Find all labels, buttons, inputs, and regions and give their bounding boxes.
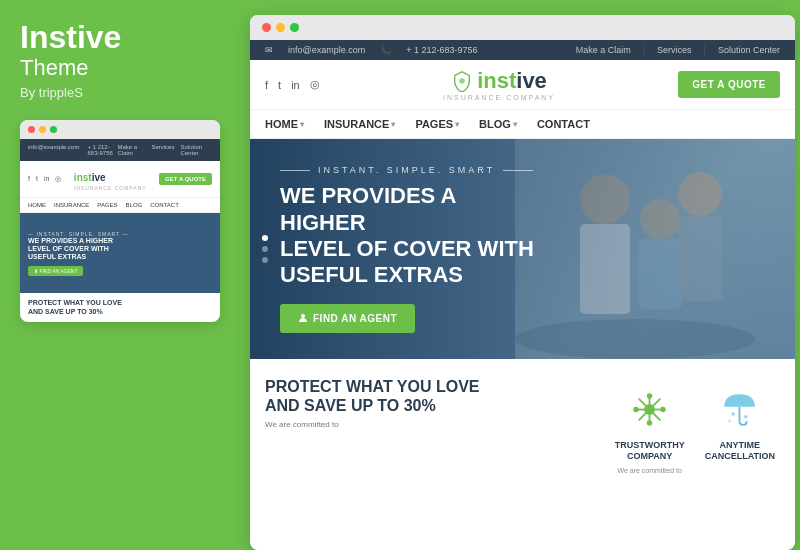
main-browser: ✉ info@example.com 📞 + 1 212-683-9756 Ma… xyxy=(250,15,795,550)
twitter-icon[interactable]: t xyxy=(278,79,281,91)
site-logo: instive INSURANCE COMPANY xyxy=(443,68,555,101)
mini-li-icon: in xyxy=(44,175,49,183)
mini-bottom: PROTECT WHAT YOU LOVEAND SAVE UP TO 30% xyxy=(20,293,220,322)
mini-browser-bar xyxy=(20,120,220,139)
nav-blog[interactable]: BLOG ▾ xyxy=(479,118,517,130)
mini-nav-insurance: INSURANCE xyxy=(54,202,89,208)
brand-name: Instive xyxy=(20,20,220,55)
nav-pages-arrow: ▾ xyxy=(455,120,459,129)
anytime-title: ANYTIMECANCELLATION xyxy=(705,440,775,462)
mini-ig-icon: ◎ xyxy=(55,175,61,183)
anytime-feature: ANYTIMECANCELLATION xyxy=(700,377,780,485)
header-social-links: f t in ◎ xyxy=(265,78,320,91)
main-dot-green xyxy=(290,23,299,32)
svg-point-20 xyxy=(744,415,748,419)
protect-desc: We are committed to xyxy=(265,420,585,429)
site-topbar: ✉ info@example.com 📞 + 1 212-683-9756 Ma… xyxy=(250,40,795,60)
mini-nav: HOME INSURANCE PAGES BLOG CONTACT xyxy=(20,198,220,213)
bottom-section: PROTECT WHAT YOU LOVE AND SAVE UP TO 30%… xyxy=(250,359,795,495)
site-navigation: HOME ▾ INSURANCE ▾ PAGES ▾ BLOG ▾ CONTAC… xyxy=(250,110,795,139)
mini-hero: — INSTANT. SIMPLE. SMART — WE PROVIDES A… xyxy=(20,213,220,293)
facebook-icon[interactable]: f xyxy=(265,79,268,91)
nav-contact[interactable]: CONTACT xyxy=(537,118,590,130)
topbar-email-icon: ✉ xyxy=(265,45,273,55)
hero-section: INSTANT. SIMPLE. SMART WE PROVIDES A HIG… xyxy=(250,139,795,359)
svg-point-14 xyxy=(647,393,652,398)
mini-header: f t in ◎ instive INSURANCE COMPANY GET A… xyxy=(20,161,220,198)
mini-solution: Solution Center xyxy=(180,144,212,156)
svg-point-21 xyxy=(729,420,732,423)
left-panel: Instive Theme By trippleS info@example.c… xyxy=(0,0,240,550)
mini-dot-red xyxy=(28,126,35,133)
mini-tw-icon: t xyxy=(36,175,38,183)
mini-fb-icon: f xyxy=(28,175,30,183)
topbar-make-claim[interactable]: Make a Claim xyxy=(576,45,631,55)
mini-nav-blog: BLOG xyxy=(126,202,143,208)
get-quote-button[interactable]: GET A QUOTE xyxy=(678,71,780,98)
topbar-phone: + 1 212-683-9756 xyxy=(406,45,477,55)
find-agent-button[interactable]: FIND AN AGENT xyxy=(280,304,415,333)
svg-point-19 xyxy=(732,412,736,416)
mini-hero-title: WE PROVIDES A HIGHERLEVEL OF COVER WITHU… xyxy=(28,237,113,262)
hero-tagline: INSTANT. SIMPLE. SMART xyxy=(280,165,540,175)
hero-slider-dots[interactable] xyxy=(262,235,268,263)
user-icon xyxy=(298,313,308,323)
nav-home[interactable]: HOME ▾ xyxy=(265,118,304,130)
main-dot-yellow xyxy=(276,23,285,32)
slider-dot-2[interactable] xyxy=(262,246,268,252)
nav-insurance-arrow: ▾ xyxy=(391,120,395,129)
brand-subtitle: Theme xyxy=(20,55,220,81)
nav-blog-arrow: ▾ xyxy=(513,120,517,129)
svg-point-13 xyxy=(644,404,655,415)
topbar-services[interactable]: Services xyxy=(657,45,692,55)
mini-get-quote-btn[interactable]: GET A QUOTE xyxy=(159,173,212,185)
brand-by: By trippleS xyxy=(20,85,220,100)
mini-find-agent-btn[interactable]: ⬆ FIND AN AGENT xyxy=(28,266,83,276)
nav-insurance[interactable]: INSURANCE ▾ xyxy=(324,118,395,130)
mini-browser-preview: info@example.com + 1 212-683-9756 Make a… xyxy=(20,120,220,322)
svg-point-0 xyxy=(459,78,465,84)
mini-protect-title: PROTECT WHAT YOU LOVEAND SAVE UP TO 30% xyxy=(28,299,212,316)
mini-services: Services xyxy=(151,144,174,156)
main-browser-bar xyxy=(250,15,795,40)
mini-dot-yellow xyxy=(39,126,46,133)
slider-dot-1[interactable] xyxy=(262,235,268,241)
protect-title: PROTECT WHAT YOU LOVE AND SAVE UP TO 30% xyxy=(265,377,585,415)
topbar-phone-icon: 📞 xyxy=(380,45,391,55)
slider-dot-3[interactable] xyxy=(262,257,268,263)
mini-topbar: info@example.com + 1 212-683-9756 Make a… xyxy=(20,139,220,161)
logo-subtitle: INSURANCE COMPANY xyxy=(443,94,555,101)
mini-social: f t in ◎ xyxy=(28,175,61,183)
mini-nav-contact: CONTACT xyxy=(150,202,179,208)
anytime-cancellation-icon xyxy=(717,387,762,432)
hero-content: INSTANT. SIMPLE. SMART WE PROVIDES A HIG… xyxy=(250,145,570,353)
linkedin-icon[interactable]: in xyxy=(291,79,300,91)
mini-logo: instive INSURANCE COMPANY xyxy=(74,167,147,191)
svg-point-8 xyxy=(301,314,305,318)
hero-title: WE PROVIDES A HIGHER LEVEL OF COVER WITH… xyxy=(280,183,540,289)
mini-nav-pages: PAGES xyxy=(97,202,117,208)
instagram-icon[interactable]: ◎ xyxy=(310,78,320,91)
trustworthy-title: TRUSTWORTHYCOMPANY xyxy=(615,440,685,462)
site-header: f t in ◎ instive INSURANCE COMPANY GET A… xyxy=(250,60,795,110)
mini-email: info@example.com xyxy=(28,144,79,156)
bottom-left-content: PROTECT WHAT YOU LOVE AND SAVE UP TO 30%… xyxy=(265,377,585,485)
nav-pages[interactable]: PAGES ▾ xyxy=(415,118,459,130)
logo-shield-icon xyxy=(451,70,473,92)
svg-point-15 xyxy=(647,420,652,425)
mini-phone: + 1 212-683-9756 xyxy=(87,144,117,156)
mini-make-claim: Make a Claim xyxy=(117,144,145,156)
mini-dot-green xyxy=(50,126,57,133)
topbar-solution-center[interactable]: Solution Center xyxy=(718,45,780,55)
nav-home-arrow: ▾ xyxy=(300,120,304,129)
brand-title: Instive Theme By trippleS xyxy=(20,20,220,100)
feature-items: TRUSTWORTHYCOMPANY We are committed to xyxy=(610,377,780,485)
trustworthy-desc: We are committed to xyxy=(615,466,685,476)
trustworthy-feature: TRUSTWORTHYCOMPANY We are committed to xyxy=(610,377,690,485)
svg-point-17 xyxy=(660,407,665,412)
topbar-contact-info: ✉ info@example.com 📞 + 1 212-683-9756 xyxy=(265,45,477,55)
topbar-email: info@example.com xyxy=(288,45,365,55)
trustworthy-icon xyxy=(627,387,672,432)
mini-nav-home: HOME xyxy=(28,202,46,208)
svg-point-16 xyxy=(633,407,638,412)
